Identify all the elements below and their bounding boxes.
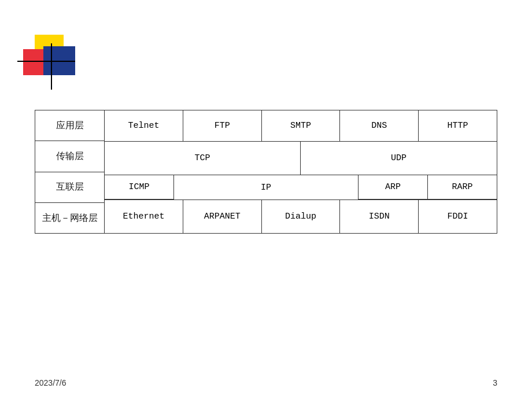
ip-block: IP <box>174 175 358 200</box>
icmp-cell: ICMP <box>105 175 173 200</box>
udp-cell: UDP <box>301 142 497 175</box>
logo-horizontal-line <box>17 61 75 62</box>
network-row: Ethernet ARPANET Dialup ISDN FDDI <box>105 200 497 233</box>
ip-text: IP <box>261 183 271 193</box>
network-layer-label: 主机－网络层 <box>35 203 104 233</box>
logo-vertical-line <box>51 43 52 90</box>
arpanet-cell: ARPANET <box>183 200 262 233</box>
arp-rarp-block: ARP RARP <box>358 175 497 200</box>
http-cell: HTTP <box>419 110 497 141</box>
tcp-cell: TCP <box>105 142 301 175</box>
dialup-cell: Dialup <box>262 200 341 233</box>
footer-page: 3 <box>493 378 497 387</box>
transport-row: TCP UDP <box>105 142 497 175</box>
footer: 2023/7/6 3 <box>35 378 497 387</box>
footer-date: 2023/7/6 <box>35 378 66 387</box>
internet-layer-label: 互联层 <box>35 172 104 203</box>
smtp-cell: SMTP <box>262 110 341 141</box>
internet-row: ICMP IP ARP RARP <box>105 175 497 200</box>
arp-cell: ARP <box>359 175 428 199</box>
fddi-cell: FDDI <box>419 200 497 233</box>
rarp-cell: RARP <box>428 175 497 199</box>
application-layer-label: 应用层 <box>35 110 104 141</box>
layer-labels: 应用层 传输层 互联层 主机－网络层 <box>35 110 104 234</box>
ftp-cell: FTP <box>183 110 262 141</box>
logo <box>23 35 75 87</box>
arp-rarp-top: ARP RARP <box>359 175 497 200</box>
dns-cell: DNS <box>340 110 419 141</box>
icmp-block: ICMP <box>105 175 174 200</box>
isdn-cell: ISDN <box>340 200 419 233</box>
main-content: 应用层 传输层 互联层 主机－网络层 Telnet FTP SMTP DNS H… <box>35 110 497 234</box>
transport-layer-label: 传输层 <box>35 141 104 172</box>
telnet-cell: Telnet <box>105 110 183 141</box>
ethernet-cell: Ethernet <box>105 200 183 233</box>
protocol-table: Telnet FTP SMTP DNS HTTP TCP UDP ICMP IP… <box>104 110 497 234</box>
application-row: Telnet FTP SMTP DNS HTTP <box>105 110 497 142</box>
